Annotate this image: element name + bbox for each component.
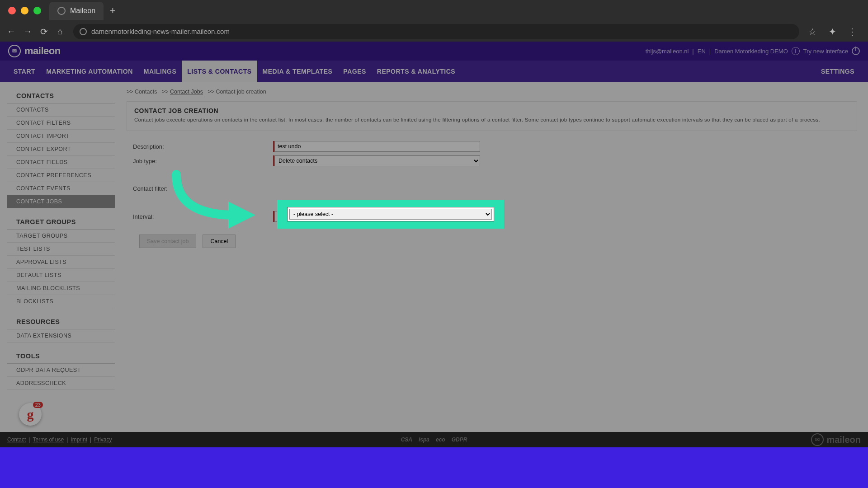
panel-title: CONTACT JOB CREATION — [134, 107, 849, 114]
sidebar-item-default-lists[interactable]: DEFAULT LISTS — [7, 269, 115, 282]
back-button[interactable]: ← — [5, 25, 18, 38]
bubble-badge: 23 — [33, 402, 43, 408]
interval-label: Interval: — [133, 213, 273, 220]
sidebar-item-contact-events[interactable]: CONTACT EVENTS — [7, 182, 115, 195]
partner-eco: eco — [436, 436, 445, 443]
footer-contact[interactable]: Contact — [7, 436, 26, 443]
footer: Contact | Terms of use | Imprint | Priva… — [0, 432, 868, 447]
description-input[interactable] — [274, 141, 480, 152]
sidebar-resources-header: RESOURCES — [7, 314, 115, 329]
sidebar-item-approval-lists[interactable]: APPROVAL LISTS — [7, 256, 115, 269]
sidebar-item-blocklists[interactable]: BLOCKLISTS — [7, 295, 115, 308]
help-bubble[interactable]: g 23 — [19, 403, 42, 426]
content: >> Contacts >> Contact Jobs >> Contact j… — [122, 82, 868, 447]
reload-button[interactable]: ⟳ — [37, 25, 51, 38]
nav-pages[interactable]: PAGES — [338, 61, 371, 82]
site-info-icon — [80, 28, 87, 35]
sidebar-item-data-extensions[interactable]: DATA EXTENSIONS — [7, 329, 115, 343]
save-button[interactable]: Save contact job — [139, 235, 196, 248]
footer-terms[interactable]: Terms of use — [33, 436, 64, 443]
partner-csa: CSA — [401, 436, 412, 443]
panel-header: CONTACT JOB CREATION Contact jobs execut… — [127, 101, 857, 131]
sidebar-item-contact-export[interactable]: CONTACT EXPORT — [7, 143, 115, 156]
account-link[interactable]: Damen Motorkleding DEMO — [714, 48, 788, 55]
sidebar-item-addresscheck[interactable]: ADDRESSCHECK — [7, 377, 115, 390]
jobtype-select[interactable]: Delete contacts — [274, 155, 480, 166]
cancel-button[interactable]: Cancel — [203, 235, 236, 248]
browser-addressbar: ← → ⟳ ⌂ damenmotorkleding-news-mailer.ma… — [0, 21, 868, 42]
sidebar-item-contact-preferences[interactable]: CONTACT PREFERENCES — [7, 169, 115, 182]
window-minimize[interactable] — [21, 7, 28, 14]
panel-desc: Contact jobs execute operations on conta… — [134, 117, 849, 122]
sidebar-item-contact-import[interactable]: CONTACT IMPORT — [7, 130, 115, 143]
home-button[interactable]: ⌂ — [53, 25, 67, 38]
footer-privacy[interactable]: Privacy — [94, 436, 112, 443]
sidebar-item-target-groups[interactable]: TARGET GROUPS — [7, 230, 115, 243]
logo-text: maileon — [24, 45, 61, 57]
lang-link[interactable]: EN — [698, 48, 706, 55]
extensions-icon[interactable]: ✦ — [826, 25, 839, 38]
tab-title: Maileon — [70, 7, 95, 15]
url-text: damenmotorkleding-news-mailer.maileon.co… — [91, 28, 230, 35]
sidebar: CONTACTS CONTACTS CONTACT FILTERS CONTAC… — [0, 82, 122, 447]
breadcrumb-contacts[interactable]: Contacts — [135, 89, 157, 95]
jobtype-label: Job type: — [133, 158, 273, 164]
breadcrumb-contact-jobs[interactable]: Contact Jobs — [170, 89, 203, 95]
description-label: Description: — [133, 143, 273, 150]
nav-marketing-automation[interactable]: MARKETING AUTOMATION — [41, 61, 138, 82]
nav-mailings[interactable]: MAILINGS — [138, 61, 182, 82]
footer-imprint[interactable]: Imprint — [71, 436, 87, 443]
nav-media-templates[interactable]: MEDIA & TEMPLATES — [257, 61, 338, 82]
nav-settings[interactable]: SETTINGS — [816, 61, 860, 82]
breadcrumb: >> Contacts >> Contact Jobs >> Contact j… — [127, 89, 857, 95]
sidebar-item-contact-jobs[interactable]: CONTACT JOBS — [7, 195, 115, 208]
app-logo[interactable]: ✉ maileon — [8, 45, 61, 57]
sidebar-item-contact-filters[interactable]: CONTACT FILTERS — [7, 117, 115, 130]
user-email: thijs@maileon.nl — [646, 48, 689, 55]
bubble-letter: g — [27, 407, 34, 422]
nav-lists-contacts[interactable]: LISTS & CONTACTS — [182, 61, 257, 82]
sidebar-target-header: TARGET GROUPS — [7, 215, 115, 230]
logout-icon[interactable] — [852, 47, 860, 55]
window-close[interactable] — [8, 7, 16, 14]
new-tab-button[interactable]: + — [110, 5, 116, 17]
filter-label: Contact filter: — [133, 185, 273, 192]
highlight-annotation: - please select - — [278, 201, 503, 228]
sidebar-item-contacts[interactable]: CONTACTS — [7, 103, 115, 117]
menu-icon[interactable]: ⋮ — [845, 25, 859, 38]
window-maximize[interactable] — [33, 7, 41, 14]
nav-start[interactable]: START — [8, 61, 41, 82]
app-header: ✉ maileon thijs@maileon.nl | EN | Damen … — [0, 42, 868, 61]
url-field[interactable]: damenmotorkleding-news-mailer.maileon.co… — [73, 24, 799, 39]
sidebar-item-gdpr-request[interactable]: GDPR DATA REQUEST — [7, 364, 115, 377]
sidebar-item-test-lists[interactable]: TEST LISTS — [7, 243, 115, 256]
main-nav: START MARKETING AUTOMATION MAILINGS LIST… — [0, 61, 868, 82]
nav-reports-analytics[interactable]: REPORTS & ANALYTICS — [372, 61, 461, 82]
partner-gdpr: GDPR — [452, 436, 467, 443]
logo-mark-icon: ✉ — [8, 45, 21, 57]
browser-tab[interactable]: Maileon — [49, 2, 104, 20]
partner-ispa: ispa — [419, 436, 429, 443]
sidebar-contacts-header: CONTACTS — [7, 89, 115, 103]
sidebar-item-contact-fields[interactable]: CONTACT FIELDS — [7, 156, 115, 169]
bookmark-icon[interactable]: ☆ — [806, 25, 819, 38]
info-icon[interactable]: i — [792, 47, 800, 55]
footer-logo: ✉ maileon — [811, 433, 861, 446]
forward-button[interactable]: → — [21, 25, 34, 38]
sidebar-item-mailing-blocklists[interactable]: MAILING BLOCKLISTS — [7, 282, 115, 295]
browser-titlebar: Maileon + — [0, 0, 868, 21]
globe-icon — [57, 7, 66, 15]
try-new-interface-link[interactable]: Try new interface — [803, 48, 848, 55]
contact-filter-select[interactable]: - please select - — [289, 209, 492, 220]
sidebar-tools-header: TOOLS — [7, 349, 115, 364]
breadcrumb-current: Contact job creation — [216, 89, 266, 95]
